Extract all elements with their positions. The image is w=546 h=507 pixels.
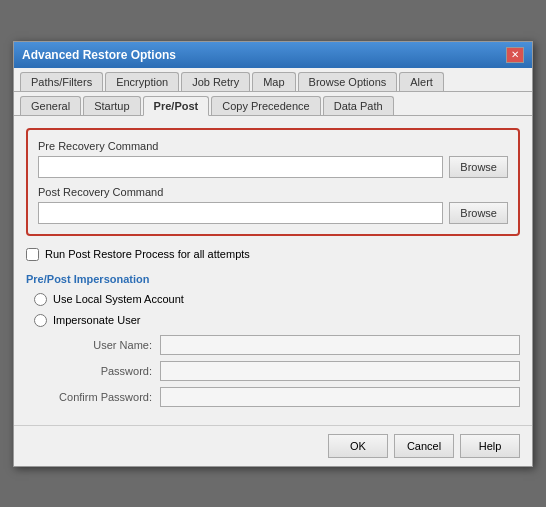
pre-recovery-input[interactable] bbox=[38, 156, 443, 178]
impersonate-user-row: Impersonate User bbox=[34, 314, 520, 327]
pre-recovery-label: Pre Recovery Command bbox=[38, 140, 508, 152]
confirm-password-row: Confirm Password: bbox=[50, 387, 520, 407]
window-title: Advanced Restore Options bbox=[22, 48, 176, 62]
confirm-password-label: Confirm Password: bbox=[50, 391, 160, 403]
impersonate-fields: User Name: Password: Confirm Password: bbox=[50, 335, 520, 407]
help-button[interactable]: Help bbox=[460, 434, 520, 458]
tab-job-retry[interactable]: Job Retry bbox=[181, 72, 250, 91]
impersonate-user-radio[interactable] bbox=[34, 314, 47, 327]
tab-row-2: General Startup Pre/Post Copy Precedence… bbox=[14, 92, 532, 116]
tab-browse-options[interactable]: Browse Options bbox=[298, 72, 398, 91]
pre-recovery-browse-button[interactable]: Browse bbox=[449, 156, 508, 178]
recovery-commands-section: Pre Recovery Command Browse Post Recover… bbox=[26, 128, 520, 236]
post-recovery-label: Post Recovery Command bbox=[38, 186, 508, 198]
tab-copy-precedence[interactable]: Copy Precedence bbox=[211, 96, 320, 115]
password-label: Password: bbox=[50, 365, 160, 377]
title-bar: Advanced Restore Options ✕ bbox=[14, 42, 532, 68]
ok-button[interactable]: OK bbox=[328, 434, 388, 458]
confirm-password-input[interactable] bbox=[160, 387, 520, 407]
main-window: Advanced Restore Options ✕ Paths/Filters… bbox=[13, 41, 533, 467]
tab-row-1: Paths/Filters Encryption Job Retry Map B… bbox=[14, 68, 532, 92]
local-system-row: Use Local System Account bbox=[34, 293, 520, 306]
username-label: User Name: bbox=[50, 339, 160, 351]
password-input[interactable] bbox=[160, 361, 520, 381]
username-row: User Name: bbox=[50, 335, 520, 355]
tab-general[interactable]: General bbox=[20, 96, 81, 115]
run-post-restore-checkbox[interactable] bbox=[26, 248, 39, 261]
tab-startup[interactable]: Startup bbox=[83, 96, 140, 115]
pre-recovery-row: Browse bbox=[38, 156, 508, 178]
tab-paths-filters[interactable]: Paths/Filters bbox=[20, 72, 103, 91]
run-post-restore-row: Run Post Restore Process for all attempt… bbox=[26, 248, 520, 261]
run-post-restore-label: Run Post Restore Process for all attempt… bbox=[45, 248, 250, 260]
close-button[interactable]: ✕ bbox=[506, 47, 524, 63]
impersonation-title: Pre/Post Impersonation bbox=[26, 273, 520, 285]
tab-encryption[interactable]: Encryption bbox=[105, 72, 179, 91]
cancel-button[interactable]: Cancel bbox=[394, 434, 454, 458]
tab-map[interactable]: Map bbox=[252, 72, 295, 91]
impersonate-user-label: Impersonate User bbox=[53, 314, 140, 326]
content-area: Pre Recovery Command Browse Post Recover… bbox=[14, 116, 532, 425]
tab-pre-post[interactable]: Pre/Post bbox=[143, 96, 210, 116]
tab-data-path[interactable]: Data Path bbox=[323, 96, 394, 115]
tab-alert[interactable]: Alert bbox=[399, 72, 444, 91]
footer: OK Cancel Help bbox=[14, 425, 532, 466]
title-controls: ✕ bbox=[506, 47, 524, 63]
post-recovery-input[interactable] bbox=[38, 202, 443, 224]
password-row: Password: bbox=[50, 361, 520, 381]
post-recovery-browse-button[interactable]: Browse bbox=[449, 202, 508, 224]
use-local-system-label: Use Local System Account bbox=[53, 293, 184, 305]
post-recovery-row: Browse bbox=[38, 202, 508, 224]
username-input[interactable] bbox=[160, 335, 520, 355]
use-local-system-radio[interactable] bbox=[34, 293, 47, 306]
